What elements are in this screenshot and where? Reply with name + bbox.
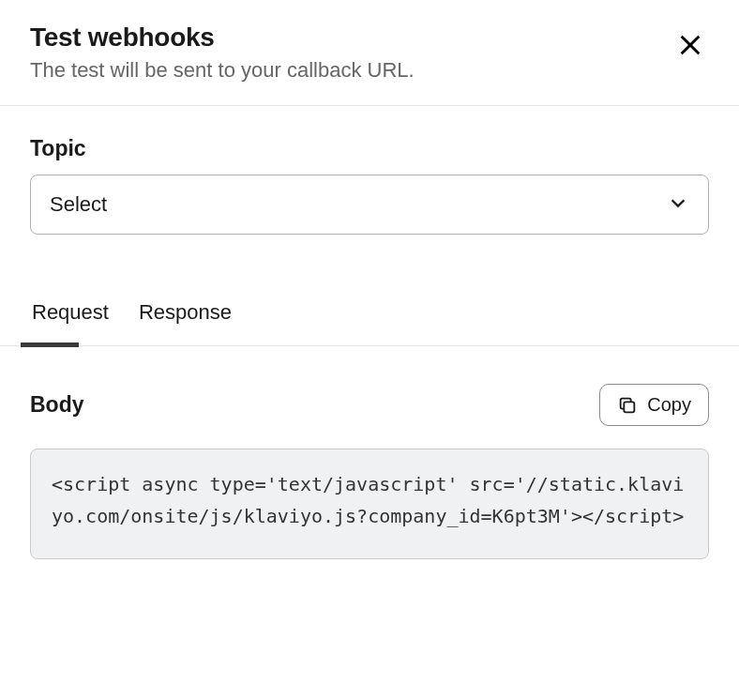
modal-subtitle: The test will be sent to your callback U…: [30, 58, 709, 83]
close-button[interactable]: [671, 26, 709, 64]
copy-button[interactable]: Copy: [599, 384, 709, 426]
tabs: Request Response: [0, 287, 739, 346]
body-code[interactable]: <script async type='text/javascript' src…: [30, 449, 709, 559]
topic-select[interactable]: Select: [30, 175, 709, 235]
body-section: Body Copy <script async type='text/javas…: [0, 346, 739, 559]
topic-select-wrap: Select: [30, 175, 709, 235]
modal-header: Test webhooks The test will be sent to y…: [0, 0, 739, 106]
tab-response[interactable]: Response: [137, 287, 234, 345]
topic-select-value: Select: [50, 192, 107, 217]
topic-label: Topic: [30, 136, 709, 161]
copy-button-label: Copy: [647, 394, 691, 416]
copy-icon: [617, 395, 638, 416]
body-header: Body Copy: [30, 384, 709, 426]
svg-rect-2: [625, 402, 635, 412]
modal-title: Test webhooks: [30, 23, 709, 53]
body-label: Body: [30, 392, 84, 418]
topic-section: Topic Select: [0, 106, 739, 235]
test-webhooks-modal: Test webhooks The test will be sent to y…: [0, 0, 739, 559]
tab-request[interactable]: Request: [30, 287, 111, 345]
close-icon: [677, 32, 703, 58]
